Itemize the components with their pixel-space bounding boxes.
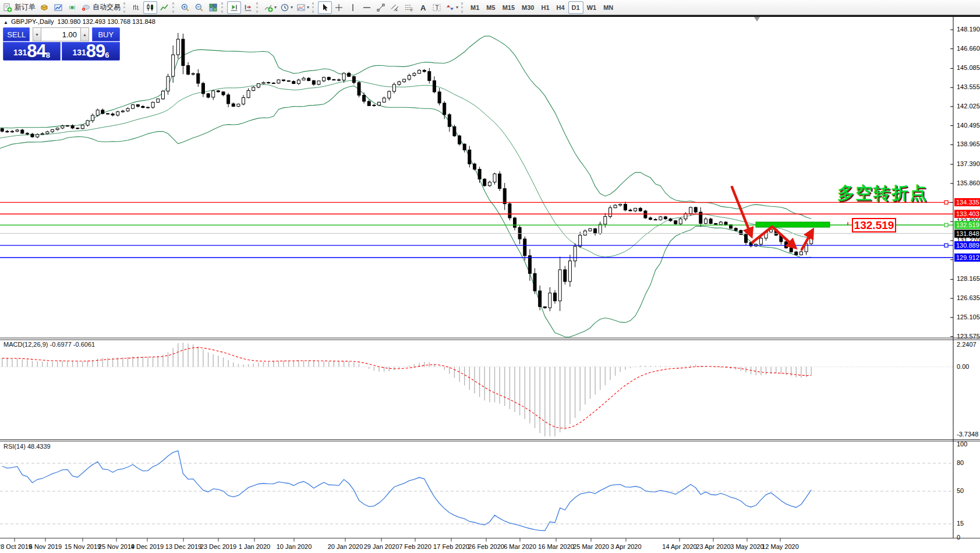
autotrading-button[interactable]: 自动交易	[79, 1, 122, 14]
timeframe-m1-label: M1	[470, 4, 479, 11]
toolbar-separator	[312, 2, 317, 13]
crosshair-button[interactable]	[332, 1, 346, 14]
chart-shift-button[interactable]	[241, 1, 255, 14]
new-order-button-label: 新订单	[15, 2, 36, 12]
sell-button[interactable]: SELL	[3, 27, 30, 41]
application-window: E F A T 新订单自动交易▾▾▾▾M1M5M15M30H1H4D1W1MN …	[0, 0, 980, 553]
vertical-line-button[interactable]	[346, 1, 360, 14]
rsi-indicator-label: RSI(14) 48.4339	[3, 443, 51, 450]
zoom-in-button[interactable]	[178, 1, 192, 14]
timeframe-w1[interactable]: W1	[583, 1, 600, 14]
timeframe-d1-label: D1	[572, 4, 580, 11]
signal-icon	[68, 3, 77, 12]
zoom-out-button[interactable]	[192, 1, 206, 14]
line-chart-button[interactable]	[157, 1, 171, 14]
cross-icon	[334, 3, 344, 12]
price-line-label: 134.335	[954, 198, 980, 206]
dropdown-caret-icon: ▾	[274, 5, 277, 10]
sell-price-sup: 8	[46, 43, 50, 61]
auto-scroll-button[interactable]	[227, 1, 241, 14]
template-icon	[296, 3, 306, 12]
arrows-icon	[445, 3, 455, 12]
tile-windows-button[interactable]	[206, 1, 220, 14]
horizontal-line-button[interactable]	[360, 1, 374, 14]
dropdown-caret-icon: ▾	[456, 5, 458, 10]
indicators-button[interactable]: ▾	[262, 1, 278, 14]
buy-button[interactable]: BUY	[92, 27, 120, 41]
volume-decrease-button[interactable]: ▼	[33, 27, 41, 41]
timeframe-h4[interactable]: H4	[553, 1, 568, 14]
dropdown-caret-icon: ▾	[291, 5, 293, 10]
channel-icon	[390, 3, 399, 12]
cursor-icon	[320, 3, 330, 12]
timeframe-d1[interactable]: D1	[568, 1, 583, 14]
arrows-button[interactable]: ▾	[444, 1, 460, 14]
red-arrow-zigzag[interactable]	[752, 227, 795, 247]
rsi-pane	[0, 451, 953, 531]
toolbar-separator	[221, 2, 226, 13]
toolbar-separator	[256, 2, 261, 13]
sell-price-prefix: 131	[13, 45, 27, 60]
bars-icon	[132, 3, 141, 12]
timeframe-m15[interactable]: M15	[499, 1, 518, 14]
green-level-bar[interactable]	[756, 222, 830, 227]
dropdown-caret-icon: ▾	[307, 5, 309, 10]
text-label-button[interactable]	[430, 1, 444, 14]
price-line-label: 130.889	[954, 241, 980, 249]
chart-canvas[interactable]	[0, 0, 980, 553]
signals-button[interactable]	[65, 1, 79, 14]
volume-input[interactable]	[41, 27, 80, 41]
sell-price[interactable]: 131848	[3, 42, 61, 61]
trendline-button[interactable]	[374, 1, 388, 14]
horizontal-level-lines[interactable]	[0, 200, 953, 258]
toolbar-separator	[461, 2, 466, 13]
timeframe-h1[interactable]: H1	[537, 1, 553, 14]
scroll-to-end-marker[interactable]	[754, 17, 760, 22]
cloud-icon	[81, 3, 90, 12]
tile-icon	[208, 3, 218, 12]
fibonacci-button[interactable]	[402, 1, 416, 14]
rsi-line	[2, 451, 812, 531]
vline-icon	[348, 3, 358, 12]
chart-window-button[interactable]	[51, 1, 65, 14]
bar-chart-button[interactable]	[129, 1, 143, 14]
level-price-label[interactable]: 132.519	[852, 218, 896, 233]
zoomin-icon	[181, 3, 190, 12]
templates-button[interactable]: ▾	[295, 1, 311, 14]
sell-price-big: 84	[27, 42, 45, 60]
buy-price[interactable]: 131896	[62, 42, 120, 61]
hline-icon	[362, 3, 372, 12]
macd-signal-line	[2, 347, 812, 428]
chart-title: ▲GBPJPY-,Daily 130.980 132.493 130.768 1…	[3, 18, 155, 25]
volume-increase-button[interactable]: ▲	[80, 27, 89, 41]
timeframe-m5[interactable]: M5	[483, 1, 498, 14]
candles-icon	[146, 3, 155, 12]
periods-button[interactable]: ▾	[278, 1, 295, 14]
cursor-button[interactable]	[318, 1, 332, 14]
timeframe-m30-label: M30	[522, 4, 534, 11]
panel-collapse-icon[interactable]: ▲	[3, 20, 8, 25]
timeframe-m15-label: M15	[503, 4, 515, 11]
symbols-button[interactable]	[37, 1, 51, 14]
bluechart-icon	[54, 3, 63, 12]
toolbar-separator	[123, 2, 128, 13]
equidistant-channel-button[interactable]	[388, 1, 402, 14]
buy-price-sup: 6	[105, 43, 109, 61]
chart-window-border	[0, 15, 980, 17]
turning-point-annotation[interactable]: 多空转折点	[837, 182, 928, 205]
timeframe-w1-label: W1	[587, 4, 597, 11]
new-order-button[interactable]: 新订单	[1, 1, 37, 14]
timeframe-m1[interactable]: M1	[467, 1, 483, 14]
text-button[interactable]	[416, 1, 430, 14]
candlestick-chart-button[interactable]	[143, 1, 157, 14]
timeframe-mn[interactable]: MN	[600, 1, 617, 14]
autoscroll-icon	[229, 3, 239, 12]
toolbar-separator	[172, 2, 177, 13]
date-ticks	[15, 538, 780, 542]
timeframe-h4-label: H4	[557, 4, 565, 11]
linechart-icon	[160, 3, 169, 12]
one-click-trading-panel: SELL ▼ ▲ BUY 131848 131896	[3, 27, 120, 61]
timeframe-m30[interactable]: M30	[518, 1, 537, 14]
timeframe-mn-label: MN	[603, 4, 613, 11]
toolbar: 新订单自动交易▾▾▾▾M1M5M15M30H1H4D1W1MN	[0, 0, 980, 15]
